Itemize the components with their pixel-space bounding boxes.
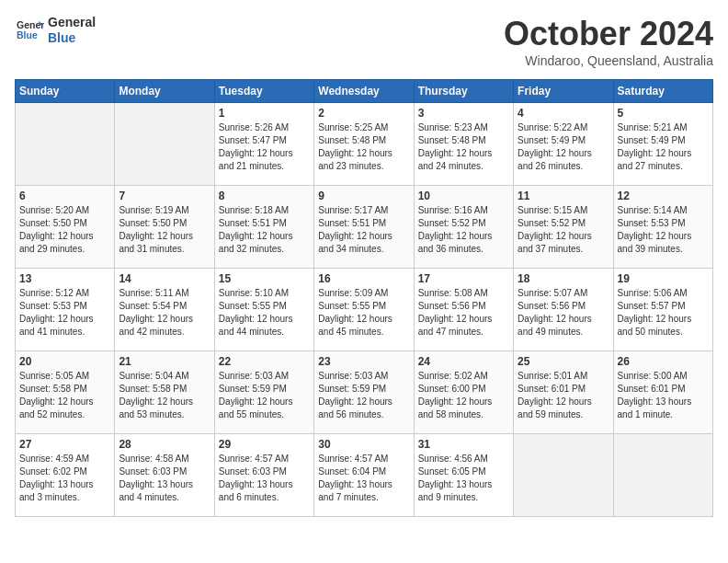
day-number: 28 <box>119 438 210 451</box>
page-header: General Blue General Blue October 2024 W… <box>15 15 713 68</box>
logo-icon: General Blue <box>15 17 44 43</box>
day-number: 15 <box>219 272 310 285</box>
calendar-cell: 22Sunrise: 5:03 AM Sunset: 5:59 PM Dayli… <box>214 351 313 434</box>
logo-blue: Blue <box>48 30 96 46</box>
day-details: Sunrise: 5:12 AM Sunset: 5:53 PM Dayligh… <box>19 287 110 339</box>
day-details: Sunrise: 5:17 AM Sunset: 5:51 PM Dayligh… <box>318 204 409 256</box>
day-details: Sunrise: 5:06 AM Sunset: 5:57 PM Dayligh… <box>618 287 709 339</box>
weekday-header-tuesday: Tuesday <box>214 80 313 103</box>
day-number: 20 <box>19 355 110 368</box>
day-details: Sunrise: 5:23 AM Sunset: 5:48 PM Dayligh… <box>418 121 509 173</box>
calendar-cell: 21Sunrise: 5:04 AM Sunset: 5:58 PM Dayli… <box>115 351 214 434</box>
day-number: 24 <box>418 355 509 368</box>
calendar-cell: 7Sunrise: 5:19 AM Sunset: 5:50 PM Daylig… <box>115 186 214 269</box>
calendar-cell: 1Sunrise: 5:26 AM Sunset: 5:47 PM Daylig… <box>214 103 313 186</box>
weekday-header-saturday: Saturday <box>613 80 712 103</box>
calendar-cell: 10Sunrise: 5:16 AM Sunset: 5:52 PM Dayli… <box>414 186 513 269</box>
day-number: 17 <box>418 272 509 285</box>
day-number: 6 <box>19 190 110 202</box>
day-number: 18 <box>518 272 609 285</box>
day-number: 31 <box>418 438 509 451</box>
calendar-cell: 4Sunrise: 5:22 AM Sunset: 5:49 PM Daylig… <box>514 103 613 186</box>
day-details: Sunrise: 5:00 AM Sunset: 6:01 PM Dayligh… <box>618 370 709 421</box>
day-number: 16 <box>318 272 409 285</box>
day-details: Sunrise: 4:57 AM Sunset: 6:04 PM Dayligh… <box>318 453 409 504</box>
day-number: 5 <box>618 107 709 120</box>
day-details: Sunrise: 5:05 AM Sunset: 5:58 PM Dayligh… <box>19 370 110 421</box>
month-title: October 2024 <box>504 15 713 53</box>
day-details: Sunrise: 5:03 AM Sunset: 5:59 PM Dayligh… <box>219 370 310 421</box>
calendar-cell: 3Sunrise: 5:23 AM Sunset: 5:48 PM Daylig… <box>414 103 513 186</box>
day-details: Sunrise: 5:03 AM Sunset: 5:59 PM Dayligh… <box>318 370 409 421</box>
calendar-cell: 26Sunrise: 5:00 AM Sunset: 6:01 PM Dayli… <box>613 351 712 434</box>
day-details: Sunrise: 5:04 AM Sunset: 5:58 PM Dayligh… <box>119 370 210 421</box>
day-details: Sunrise: 5:16 AM Sunset: 5:52 PM Dayligh… <box>418 204 509 256</box>
weekday-header-sunday: Sunday <box>16 80 115 103</box>
calendar-cell: 27Sunrise: 4:59 AM Sunset: 6:02 PM Dayli… <box>16 434 115 517</box>
calendar-cell: 25Sunrise: 5:01 AM Sunset: 6:01 PM Dayli… <box>514 351 613 434</box>
calendar-cell: 9Sunrise: 5:17 AM Sunset: 5:51 PM Daylig… <box>314 186 414 269</box>
calendar-cell: 28Sunrise: 4:58 AM Sunset: 6:03 PM Dayli… <box>115 434 214 517</box>
calendar-cell: 18Sunrise: 5:07 AM Sunset: 5:56 PM Dayli… <box>514 269 613 351</box>
calendar-week-2: 6Sunrise: 5:20 AM Sunset: 5:50 PM Daylig… <box>16 186 713 269</box>
calendar-cell: 24Sunrise: 5:02 AM Sunset: 6:00 PM Dayli… <box>414 351 513 434</box>
day-number: 13 <box>19 272 110 285</box>
calendar-cell: 29Sunrise: 4:57 AM Sunset: 6:03 PM Dayli… <box>214 434 313 517</box>
day-details: Sunrise: 5:26 AM Sunset: 5:47 PM Dayligh… <box>219 121 310 173</box>
location-title: Windaroo, Queensland, Australia <box>504 53 713 68</box>
day-number: 22 <box>219 355 310 368</box>
calendar-week-4: 20Sunrise: 5:05 AM Sunset: 5:58 PM Dayli… <box>16 351 713 434</box>
weekday-header-monday: Monday <box>115 80 214 103</box>
calendar-cell <box>514 434 613 517</box>
day-details: Sunrise: 5:02 AM Sunset: 6:00 PM Dayligh… <box>418 370 509 421</box>
day-number: 19 <box>618 272 709 285</box>
calendar-cell: 30Sunrise: 4:57 AM Sunset: 6:04 PM Dayli… <box>314 434 414 517</box>
day-number: 9 <box>318 190 409 202</box>
calendar-cell: 5Sunrise: 5:21 AM Sunset: 5:49 PM Daylig… <box>613 103 712 186</box>
day-number: 30 <box>318 438 409 451</box>
day-number: 23 <box>318 355 409 368</box>
day-number: 14 <box>119 272 210 285</box>
calendar-cell: 12Sunrise: 5:14 AM Sunset: 5:53 PM Dayli… <box>613 186 712 269</box>
day-details: Sunrise: 5:22 AM Sunset: 5:49 PM Dayligh… <box>518 121 609 173</box>
day-details: Sunrise: 5:14 AM Sunset: 5:53 PM Dayligh… <box>618 204 709 256</box>
day-number: 11 <box>518 190 609 202</box>
day-details: Sunrise: 5:20 AM Sunset: 5:50 PM Dayligh… <box>19 204 110 256</box>
day-details: Sunrise: 4:59 AM Sunset: 6:02 PM Dayligh… <box>19 453 110 504</box>
day-number: 26 <box>618 355 709 368</box>
calendar-cell: 23Sunrise: 5:03 AM Sunset: 5:59 PM Dayli… <box>314 351 414 434</box>
svg-text:Blue: Blue <box>17 29 38 40</box>
calendar-cell: 20Sunrise: 5:05 AM Sunset: 5:58 PM Dayli… <box>16 351 115 434</box>
weekday-header-friday: Friday <box>514 80 613 103</box>
day-number: 25 <box>518 355 609 368</box>
day-details: Sunrise: 5:10 AM Sunset: 5:55 PM Dayligh… <box>219 287 310 339</box>
calendar-table: SundayMondayTuesdayWednesdayThursdayFrid… <box>15 79 713 517</box>
day-details: Sunrise: 4:58 AM Sunset: 6:03 PM Dayligh… <box>119 453 210 504</box>
calendar-cell: 14Sunrise: 5:11 AM Sunset: 5:54 PM Dayli… <box>115 269 214 351</box>
calendar-cell: 2Sunrise: 5:25 AM Sunset: 5:48 PM Daylig… <box>314 103 414 186</box>
day-number: 4 <box>518 107 609 120</box>
calendar-cell: 19Sunrise: 5:06 AM Sunset: 5:57 PM Dayli… <box>613 269 712 351</box>
logo-general: General <box>48 15 96 30</box>
day-number: 8 <box>219 190 310 202</box>
calendar-cell: 17Sunrise: 5:08 AM Sunset: 5:56 PM Dayli… <box>414 269 513 351</box>
calendar-cell: 13Sunrise: 5:12 AM Sunset: 5:53 PM Dayli… <box>16 269 115 351</box>
day-details: Sunrise: 5:08 AM Sunset: 5:56 PM Dayligh… <box>418 287 509 339</box>
calendar-cell <box>115 103 214 186</box>
calendar-week-5: 27Sunrise: 4:59 AM Sunset: 6:02 PM Dayli… <box>16 434 713 517</box>
day-number: 21 <box>119 355 210 368</box>
day-details: Sunrise: 4:57 AM Sunset: 6:03 PM Dayligh… <box>219 453 310 504</box>
calendar-cell: 15Sunrise: 5:10 AM Sunset: 5:55 PM Dayli… <box>214 269 313 351</box>
title-block: October 2024 Windaroo, Queensland, Austr… <box>504 15 713 68</box>
calendar-week-3: 13Sunrise: 5:12 AM Sunset: 5:53 PM Dayli… <box>16 269 713 351</box>
calendar-cell <box>16 103 115 186</box>
day-number: 10 <box>418 190 509 202</box>
day-details: Sunrise: 5:15 AM Sunset: 5:52 PM Dayligh… <box>518 204 609 256</box>
day-details: Sunrise: 5:19 AM Sunset: 5:50 PM Dayligh… <box>119 204 210 256</box>
day-number: 29 <box>219 438 310 451</box>
calendar-week-1: 1Sunrise: 5:26 AM Sunset: 5:47 PM Daylig… <box>16 103 713 186</box>
day-details: Sunrise: 5:09 AM Sunset: 5:55 PM Dayligh… <box>318 287 409 339</box>
day-details: Sunrise: 5:01 AM Sunset: 6:01 PM Dayligh… <box>518 370 609 421</box>
calendar-cell: 11Sunrise: 5:15 AM Sunset: 5:52 PM Dayli… <box>514 186 613 269</box>
day-details: Sunrise: 5:11 AM Sunset: 5:54 PM Dayligh… <box>119 287 210 339</box>
